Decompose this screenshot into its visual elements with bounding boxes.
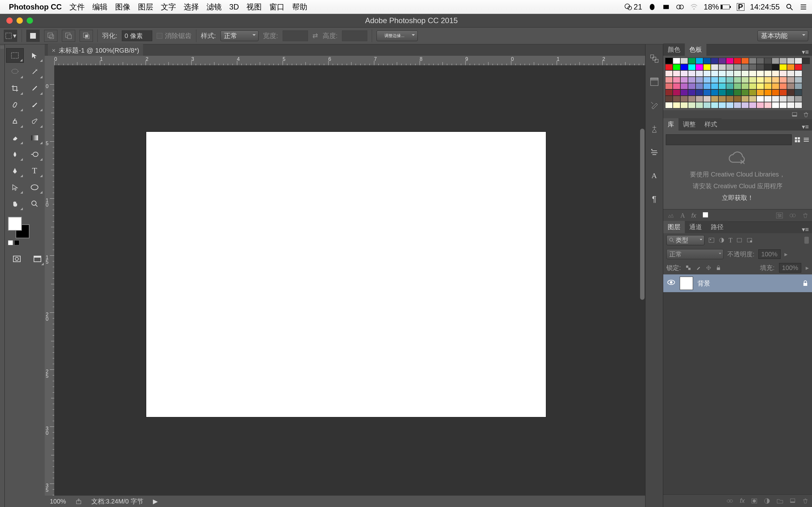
lock-all-icon[interactable] <box>716 265 721 271</box>
swatch[interactable] <box>673 89 680 96</box>
layer-filter-kind[interactable]: 类型 <box>666 235 705 245</box>
qq-status-icon[interactable] <box>648 3 656 11</box>
swatch[interactable] <box>673 70 680 77</box>
tab-color[interactable]: 颜色 <box>663 43 685 56</box>
layer-group-icon[interactable] <box>776 498 783 504</box>
swatch[interactable] <box>787 64 795 70</box>
cloud-status-icon[interactable] <box>676 3 684 11</box>
spotlight-icon[interactable] <box>785 3 794 11</box>
swatch[interactable] <box>718 70 726 77</box>
battery-status[interactable]: 18% <box>704 3 731 11</box>
swatch[interactable] <box>688 89 696 96</box>
share-icon[interactable] <box>75 498 82 504</box>
swatch[interactable] <box>734 77 741 83</box>
p-indicator-icon[interactable]: P <box>737 3 745 11</box>
move-tool[interactable] <box>26 48 44 63</box>
swatch[interactable] <box>665 70 673 77</box>
list-view-icon[interactable] <box>803 136 809 143</box>
swatch[interactable] <box>741 77 749 83</box>
tab-libraries[interactable]: 库 <box>663 118 678 130</box>
swatch[interactable] <box>673 102 680 108</box>
tab-close-icon[interactable]: × <box>52 47 55 54</box>
layer-mask-icon[interactable] <box>751 498 757 504</box>
blur-tool[interactable] <box>6 147 24 162</box>
swatch[interactable] <box>718 102 726 108</box>
lock-position-icon[interactable] <box>706 265 711 271</box>
swatch[interactable] <box>688 77 696 83</box>
swatch[interactable] <box>741 83 749 89</box>
menu-select[interactable]: 选择 <box>184 2 199 12</box>
swatch[interactable] <box>749 64 757 70</box>
swatch[interactable] <box>703 96 711 102</box>
swatch[interactable] <box>711 83 718 89</box>
layer-style-icon[interactable]: fx <box>740 497 745 504</box>
swatch[interactable] <box>741 89 749 96</box>
swatch[interactable] <box>741 102 749 108</box>
quickmask-icon[interactable] <box>9 251 24 266</box>
layer-lock-icon[interactable] <box>803 280 808 286</box>
swatch[interactable] <box>696 64 703 70</box>
swatch[interactable] <box>673 77 680 83</box>
swatch[interactable] <box>795 77 802 83</box>
wifi-status-icon[interactable] <box>690 3 698 11</box>
swatch[interactable] <box>726 64 734 70</box>
swatch[interactable] <box>734 83 741 89</box>
swatch[interactable] <box>779 83 787 89</box>
window-close-button[interactable] <box>6 17 13 24</box>
swatch[interactable] <box>749 58 757 64</box>
clock[interactable]: 14:24:55 <box>750 3 780 11</box>
swatch[interactable] <box>673 64 680 70</box>
swatch[interactable] <box>749 70 757 77</box>
character-panel-icon[interactable]: A <box>649 170 660 181</box>
swatch[interactable] <box>703 83 711 89</box>
swatch[interactable] <box>787 83 795 89</box>
layer-visibility-icon[interactable] <box>667 279 675 287</box>
eyedropper-tool[interactable] <box>26 81 44 96</box>
window-zoom-button[interactable] <box>27 17 33 24</box>
wechat-status-icon[interactable]: 21 <box>624 3 642 11</box>
link-layers-icon[interactable] <box>726 498 733 504</box>
swatch[interactable] <box>680 64 688 70</box>
swatch[interactable] <box>711 77 718 83</box>
swatch[interactable] <box>665 58 673 64</box>
swatch[interactable] <box>749 102 757 108</box>
swatch[interactable] <box>696 77 703 83</box>
swatch[interactable] <box>764 70 772 77</box>
swatch[interactable] <box>764 96 772 102</box>
lock-trans-icon[interactable] <box>686 265 691 271</box>
selection-subtract-icon[interactable] <box>62 30 75 42</box>
swatch[interactable] <box>673 83 680 89</box>
swatch[interactable] <box>696 96 703 102</box>
filter-adjust-icon[interactable] <box>718 237 725 243</box>
tab-layers[interactable]: 图层 <box>663 221 685 233</box>
hand-tool[interactable] <box>6 196 24 211</box>
swatch[interactable] <box>703 58 711 64</box>
new-swatch-icon[interactable] <box>792 112 798 118</box>
swatch[interactable] <box>726 77 734 83</box>
swatch[interactable] <box>711 102 718 108</box>
tab-adjustments[interactable]: 调整 <box>678 118 700 130</box>
foreground-color-swatch[interactable] <box>8 217 22 231</box>
shape-tool[interactable] <box>26 180 44 194</box>
swatch[interactable] <box>749 83 757 89</box>
crop-tool[interactable] <box>6 81 24 96</box>
tab-styles[interactable]: 样式 <box>700 118 722 130</box>
menu-window[interactable]: 窗口 <box>269 2 285 12</box>
filter-smart-icon[interactable] <box>746 237 753 243</box>
swatch[interactable] <box>764 83 772 89</box>
history-panel-icon[interactable] <box>649 53 660 64</box>
swatch[interactable] <box>772 83 779 89</box>
swatch[interactable] <box>718 96 726 102</box>
swatch[interactable] <box>764 102 772 108</box>
swatch[interactable] <box>734 64 741 70</box>
fill-field[interactable]: 100% <box>779 263 801 273</box>
swatch[interactable] <box>726 58 734 64</box>
opacity-field[interactable]: 100% <box>758 249 780 259</box>
swatch[interactable] <box>688 83 696 89</box>
menu-view[interactable]: 视图 <box>247 2 262 12</box>
stock-icon[interactable]: St <box>776 213 783 218</box>
swatch[interactable] <box>779 96 787 102</box>
swatch[interactable] <box>680 70 688 77</box>
swatch[interactable] <box>795 96 802 102</box>
swatch[interactable] <box>757 77 764 83</box>
